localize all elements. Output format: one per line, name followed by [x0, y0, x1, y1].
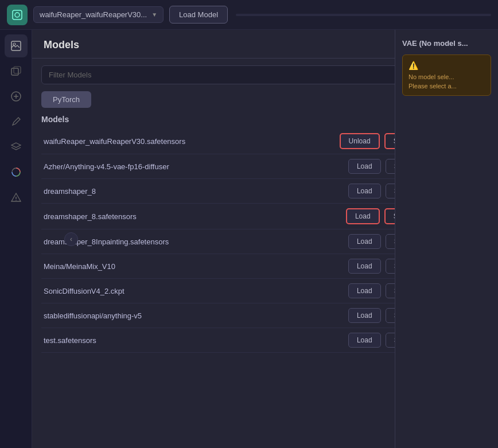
vae-warning-body: Please select a... — [408, 83, 485, 89]
modal-title: Models — [44, 39, 422, 51]
model-row: Azher/Anything-v4.5-vae-fp16-diffuserLoa… — [41, 154, 424, 179]
sidebar — [0, 30, 32, 448]
model-name: dreamshaper_8Inpainting.safetensors — [44, 237, 344, 246]
sidebar-item-create[interactable] — [5, 85, 28, 108]
top-bar: waifuReaper_waifuReaperV30... ▼ Load Mod… — [0, 0, 498, 30]
svg-rect-0 — [13, 10, 22, 20]
modal-tabs: PyTorch — [32, 91, 433, 108]
model-row: dreamshaper_8LoadSelect — [41, 179, 424, 204]
model-selector-text: waifuReaper_waifuReaperV30... — [40, 10, 147, 19]
app-logo — [7, 5, 28, 25]
chevron-down-icon: ▼ — [151, 11, 157, 18]
svg-point-3 — [13, 43, 15, 45]
svg-point-1 — [15, 13, 20, 17]
warning-triangle-icon: ⚠️ — [408, 61, 485, 70]
main-layout: Setti... ‹ Models PyTorch Models — [0, 30, 498, 448]
sidebar-item-image[interactable] — [5, 34, 28, 57]
load-button[interactable]: Load — [348, 333, 381, 348]
svg-point-11 — [15, 200, 17, 201]
model-name: Azher/Anything-v4.5-vae-fp16-diffuser — [44, 162, 344, 171]
filter-input-wrap — [32, 59, 433, 91]
sidebar-item-layers[interactable] — [5, 135, 28, 158]
model-name: SonicDiffusionV4_2.ckpt — [44, 287, 344, 295]
unload-button[interactable]: Unload — [340, 133, 380, 149]
model-name: dreamshaper_8 — [44, 187, 344, 196]
model-name: waifuReaper_waifuReaperV30.safetensors — [44, 137, 335, 146]
load-button[interactable]: Load — [348, 184, 381, 198]
progress-bar — [236, 14, 491, 16]
load-button[interactable]: Load — [348, 234, 381, 249]
load-button[interactable]: Load — [348, 259, 381, 274]
tab-pytorch[interactable]: PyTorch — [41, 91, 91, 108]
svg-rect-4 — [11, 68, 18, 75]
load-button[interactable]: Load — [346, 208, 380, 224]
modal-header: Models — [32, 30, 433, 59]
sidebar-item-gallery[interactable] — [5, 60, 28, 83]
model-row: stablediffusionapi/anything-v5LoadSelect — [41, 303, 424, 328]
content-area: Setti... ‹ Models PyTorch Models — [32, 30, 498, 448]
sidebar-item-paint[interactable] — [5, 161, 28, 184]
model-rows-container: waifuReaper_waifuReaperV30.safetensorsUn… — [41, 128, 424, 353]
model-name: dreamshaper_8.safetensors — [44, 212, 341, 221]
vae-warning: ⚠️ No model sele... Please select a... — [402, 54, 491, 96]
model-row: Meina/MeinaMix_V10LoadSelect — [41, 254, 424, 279]
model-row: test.safetensorsLoadSelect — [41, 328, 424, 353]
model-row: dreamshaper_8Inpainting.safetensorsLoadS… — [41, 229, 424, 254]
vae-warning-title: No model sele... — [408, 73, 485, 80]
load-button[interactable]: Load — [348, 283, 381, 298]
modal-overlay: Models PyTorch Models waifuReaper_waifuR… — [32, 30, 498, 448]
models-section-title: Models — [41, 115, 424, 124]
sidebar-item-edit[interactable] — [5, 110, 28, 133]
model-row: SonicDiffusionV4_2.ckptLoadSelect — [41, 279, 424, 303]
collapse-button[interactable]: ‹ — [64, 232, 78, 246]
model-row: waifuReaper_waifuReaperV30.safetensorsUn… — [41, 128, 424, 154]
model-name: Meina/MeinaMix_V10 — [44, 262, 344, 271]
vae-panel: VAE (No model s... ⚠️ No model sele... P… — [395, 30, 498, 448]
model-selector[interactable]: waifuReaper_waifuReaperV30... ▼ — [33, 6, 164, 23]
load-button[interactable]: Load — [348, 308, 381, 323]
models-list: Models waifuReaper_waifuReaperV30.safete… — [32, 112, 433, 448]
filter-models-input[interactable] — [41, 65, 424, 84]
model-row: dreamshaper_8.safetensorsLoadSelect — [41, 204, 424, 229]
svg-rect-5 — [14, 67, 21, 73]
models-modal: Models PyTorch Models waifuReaper_waifuR… — [32, 30, 434, 448]
sidebar-item-warning[interactable] — [5, 186, 28, 209]
load-model-button[interactable]: Load Model — [169, 6, 228, 24]
load-button[interactable]: Load — [348, 159, 381, 174]
model-name: test.safetensors — [44, 336, 344, 345]
model-name: stablediffusionapi/anything-v5 — [44, 311, 344, 320]
vae-title: VAE (No model s... — [402, 39, 491, 48]
